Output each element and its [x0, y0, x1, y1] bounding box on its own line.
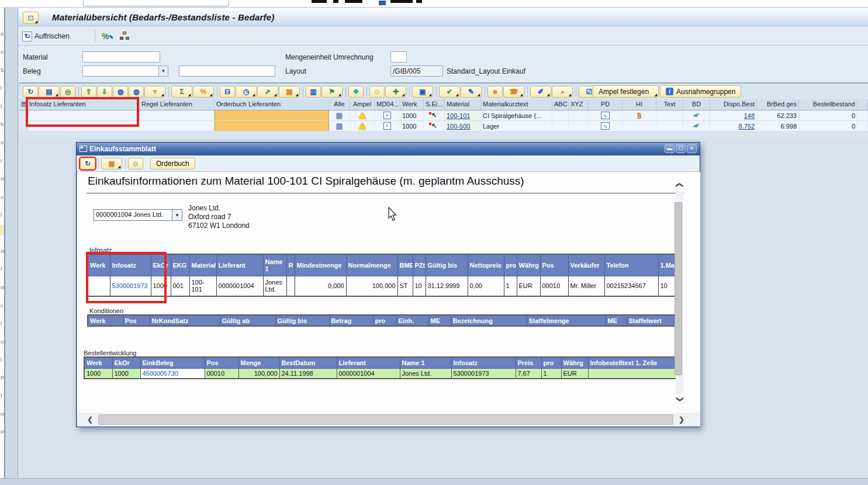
- verify-icon[interactable]: ✔◢: [439, 86, 460, 98]
- column-header[interactable]: Infobestelltext 1. Zeile: [588, 357, 682, 368]
- column-header[interactable]: Staffelwert: [627, 315, 678, 326]
- scroll-down-icon[interactable]: ❮: [675, 394, 684, 404]
- column-header[interactable]: pro: [504, 254, 517, 276]
- find-icon[interactable]: ◍: [113, 86, 128, 98]
- column-header[interactable]: PD: [589, 99, 623, 110]
- scroll-right-icon[interactable]: ❯: [677, 415, 686, 424]
- beleg-value-input[interactable]: [179, 65, 275, 77]
- table-cell[interactable]: ∿: [589, 110, 623, 121]
- orderbuch-button[interactable]: Orderbuch: [150, 158, 195, 169]
- table-cell[interactable]: ▦: [329, 110, 350, 121]
- column-header[interactable]: Pos: [205, 357, 238, 368]
- abc-analysis-icon[interactable]: ❖: [348, 86, 364, 98]
- table-row[interactable]: ▦ ≡ 1000 ↖ 100-500 Lager ∿ ✔✔ 8.752 6.99…: [19, 121, 868, 131]
- sort-ascending-icon[interactable]: ⇧: [81, 86, 96, 98]
- column-header[interactable]: Werk: [88, 315, 123, 326]
- column-header[interactable]: Ampel: [350, 99, 375, 110]
- column-header[interactable]: EkOr: [112, 357, 140, 368]
- minimize-icon[interactable]: ▬: [665, 144, 675, 153]
- column-header[interactable]: Staffelmenge: [527, 315, 606, 326]
- beleg-select[interactable]: ▼: [82, 65, 168, 77]
- refresh-icon[interactable]: ↻: [23, 86, 38, 98]
- column-header[interactable]: PZt: [413, 254, 426, 276]
- column-header[interactable]: pro: [541, 357, 561, 368]
- column-header[interactable]: Material: [445, 99, 481, 110]
- close-icon[interactable]: ✕: [687, 144, 697, 153]
- column-header[interactable]: HI: [623, 99, 656, 110]
- table-cell[interactable]: ∿: [589, 121, 623, 131]
- column-header[interactable]: Pos: [540, 254, 568, 276]
- scrollbar-thumb[interactable]: [98, 414, 673, 425]
- sum-icon[interactable]: Σ◢: [171, 86, 192, 98]
- column-header[interactable]: BME: [397, 254, 413, 276]
- layout-input[interactable]: [390, 65, 443, 77]
- column-header[interactable]: Telefon: [604, 254, 658, 276]
- column-header[interactable]: Normalmenge: [346, 254, 397, 276]
- display-view-icon[interactable]: ▤◢: [39, 86, 60, 98]
- column-header[interactable]: Gültig ab: [220, 315, 275, 326]
- column-header[interactable]: ME: [606, 315, 627, 326]
- sort-descending-icon[interactable]: ⇩: [97, 86, 112, 98]
- chevron-down-icon[interactable]: ▼: [158, 66, 168, 76]
- scroll-left-icon[interactable]: ❮: [85, 415, 95, 424]
- column-header[interactable]: Text: [656, 99, 683, 110]
- column-header[interactable]: R: [286, 254, 295, 276]
- column-header[interactable]: Währg: [561, 357, 588, 368]
- column-header[interactable]: Dispo.Best: [710, 99, 757, 110]
- vendors-icon[interactable]: ☻: [487, 86, 503, 98]
- maximize-icon[interactable]: ☐: [676, 144, 686, 153]
- table-cell[interactable]: ▦: [329, 121, 350, 131]
- selection-criteria-icon[interactable]: %✎: [101, 30, 114, 42]
- filter-icon[interactable]: ▼◢: [144, 86, 165, 98]
- vendor-card-icon[interactable]: ☺: [369, 86, 385, 98]
- column-header[interactable]: Infosatz: [451, 357, 516, 368]
- dialog-titlebar[interactable]: Einkaufsstammblatt ▬ ☐ ✕: [77, 143, 700, 155]
- column-header[interactable]: Orderbuch Lieferanten: [215, 99, 329, 110]
- column-header[interactable]: ME: [428, 315, 451, 326]
- column-header[interactable]: Nettopreis: [468, 254, 504, 276]
- column-header[interactable]: Name 1: [400, 357, 451, 368]
- print-icon[interactable]: ⊟: [220, 86, 235, 98]
- schedule-icon[interactable]: ◷◢: [236, 86, 257, 98]
- table-cell[interactable]: ↖: [424, 110, 445, 121]
- dispo-best-link[interactable]: 148: [744, 112, 755, 119]
- table-cell[interactable]: [350, 121, 375, 131]
- column-header[interactable]: Regel Lieferanten: [140, 99, 215, 110]
- column-header[interactable]: Lieferant: [337, 357, 400, 368]
- table-cell[interactable]: §: [623, 110, 656, 121]
- column-header[interactable]: Mindestmenge: [295, 254, 346, 276]
- column-header[interactable]: EinkBeleg: [140, 357, 205, 368]
- column-header[interactable]: Einh.: [396, 315, 428, 326]
- column-header[interactable]: BrBed.ges: [757, 99, 799, 110]
- column-header[interactable]: BD: [683, 99, 710, 110]
- column-header[interactable]: Betrag: [329, 315, 373, 326]
- vertical-scrollbar[interactable]: ❮ ❮: [675, 180, 684, 404]
- document-link[interactable]: 4500005730: [143, 370, 178, 377]
- column-header[interactable]: S.Ei...: [424, 99, 445, 110]
- column-header[interactable]: Währg: [517, 254, 540, 276]
- table-cell[interactable]: ✔✔: [683, 121, 710, 131]
- pie-chart-icon[interactable]: ◕◢: [552, 86, 573, 98]
- table-cell[interactable]: ≡: [375, 110, 400, 121]
- zoom-display-icon[interactable]: ◎: [60, 86, 75, 98]
- column-header[interactable]: ABC: [552, 99, 569, 110]
- column-header[interactable]: Materialkurztext: [481, 99, 552, 110]
- find-next-icon[interactable]: ◍: [129, 86, 144, 98]
- vendor-select[interactable]: 0000001004 Jones Ltd. ▼: [94, 209, 182, 221]
- column-header[interactable]: Bestellbestand: [799, 99, 857, 110]
- export-icon[interactable]: ⇗◢: [257, 86, 278, 98]
- column-header[interactable]: NrKondSatz: [150, 315, 220, 326]
- graph-icon[interactable]: ⚑◢: [321, 86, 343, 98]
- column-header[interactable]: BestDatum: [279, 357, 337, 368]
- column-header[interactable]: Verkäufer: [568, 254, 604, 276]
- hierarchy-icon[interactable]: [119, 30, 130, 42]
- table-cell[interactable]: ≡: [375, 121, 400, 131]
- table-row[interactable]: ▦ ≡ 1000 ↖ 100-101 CI Spiralgehäuse (...…: [19, 110, 868, 121]
- column-header[interactable]: EKG: [171, 254, 189, 276]
- refresh-button[interactable]: ↻ Auffrischen: [22, 30, 70, 43]
- refresh-icon[interactable]: ↻: [80, 158, 95, 169]
- material-link[interactable]: 100-500: [447, 123, 470, 130]
- scrollbar-thumb[interactable]: [675, 202, 682, 375]
- column-header[interactable]: Preis: [516, 357, 541, 368]
- column-header[interactable]: Alle: [329, 99, 350, 110]
